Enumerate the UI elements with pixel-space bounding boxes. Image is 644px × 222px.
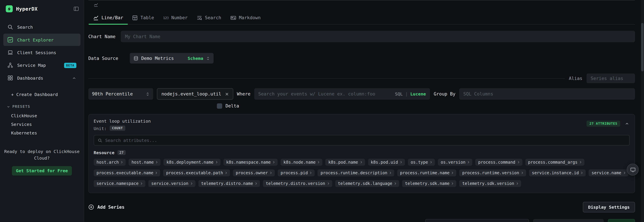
beta-badge: BETA [64,63,76,68]
close-icon[interactable] [225,92,229,96]
sidebar-collapse-icon[interactable] [74,6,79,11]
aggregation-select[interactable]: 90th Percentile [88,88,153,100]
attribute-chip[interactable]: process.executable.name [94,169,160,176]
display-settings-button[interactable]: Display Settings [583,202,635,212]
create-dashboard-button[interactable]: + Create Dashboard [0,90,84,99]
attribute-chip[interactable]: os.type [408,159,435,166]
attribute-chip[interactable]: process.runtime.description [318,169,394,176]
attribute-chip[interactable]: k8s.deployment.name [164,159,220,166]
chevron-right-icon [516,182,518,185]
attribute-chip[interactable]: process.command_args [525,159,584,166]
resource-group-header: Resource 27 [94,150,630,155]
unit-row: Unit: COUNT [94,126,630,131]
attribute-chip[interactable]: process.runtime.name [397,169,456,176]
laptop-icon [8,50,13,55]
attribute-name: host.name [132,160,154,165]
query-language-toggle[interactable]: SQL | Lucene [395,91,426,96]
schema-link[interactable]: Schema [188,56,203,61]
resource-group-label: Resource [94,150,114,155]
run-button[interactable]: Run [608,219,635,222]
attribute-chip[interactable]: telemetry.distro.name [198,180,260,187]
number-icon: 123 [163,15,168,20]
tab-number[interactable]: 123 Number [159,11,192,24]
chevron-right-icon [216,160,218,164]
attribute-chip[interactable]: process.executable.path [163,169,230,176]
sidebar-item-search[interactable]: Search [3,21,80,33]
sql-option[interactable]: SQL [395,91,403,96]
get-started-button[interactable]: Get Started for Free [12,166,72,175]
attribute-chip[interactable]: process.pid [278,169,315,176]
attribute-chip[interactable]: k8s.namespace.name [223,159,278,166]
attribute-chip[interactable]: k8s.pod.name [326,159,365,166]
attribute-chip[interactable]: telemetry.sdk.version [459,180,521,187]
add-series-label: Add Series [97,205,124,210]
attribute-chip[interactable]: service.namespace [94,180,146,187]
sidebar-item-service-map[interactable]: Service Map BETA [3,59,80,71]
attribute-chip[interactable]: process.owner [233,169,275,176]
chevron-up-icon[interactable] [625,121,629,126]
attribute-chip[interactable]: process.runtime.version [459,169,526,176]
main-content: Line/Bar Table 123 Number Search [84,0,640,222]
series-row: 90th Percentile nodejs.event_loop.util W… [88,88,635,100]
chevron-right-icon [581,171,583,175]
delta-checkbox[interactable] [217,103,222,109]
data-source-select[interactable]: Demo Metrics Schema [130,53,214,64]
preset-clickhouse[interactable]: ClickHouse [0,112,84,120]
chevron-right-icon [521,171,523,175]
alias-input[interactable] [586,73,635,83]
tab-line-bar[interactable]: Line/Bar [89,11,128,24]
attribute-chip[interactable]: service.name [589,169,628,176]
add-series-button[interactable]: Add Series [88,204,125,210]
tab-markdown[interactable]: Markdown [226,11,265,24]
lucene-option[interactable]: Lucene [410,91,426,96]
attribute-chip[interactable]: process.command [476,159,522,166]
chevron-right-icon [310,171,312,175]
query-footer-bar: Mar 2 12:47:01 - Mar 2 13:47:01 Auto Gra… [88,219,635,222]
tab-table[interactable]: Table [128,11,159,24]
granularity-select[interactable]: Auto Granularity [533,219,604,222]
scrollbar-thumb[interactable] [641,23,644,71]
attribute-name: telemetry.sdk.language [338,181,392,186]
attribute-search [94,135,630,146]
chart-preview-icon [94,2,635,7]
where-input[interactable] [258,91,392,97]
attribute-chip[interactable]: host.name [128,159,161,166]
group-by-input[interactable] [459,88,635,100]
sidebar-item-dashboards[interactable]: Dashboards [3,72,80,84]
presets-toggle[interactable]: PRESETS [0,105,84,109]
attribute-name: telemetry.distro.version [266,181,325,186]
chevron-right-icon [140,182,142,185]
floating-monitor-button[interactable] [627,164,639,176]
delta-label: Delta [226,103,239,109]
preset-kubernetes[interactable]: Kubernetes [0,129,84,137]
vertical-scrollbar[interactable] [641,0,644,222]
attribute-chip[interactable]: service.instance.id [529,169,586,176]
attribute-chip[interactable]: k8s.pod.uid [368,159,405,166]
attribute-name: process.command_args [528,160,578,165]
sidebar-item-chart-explorer[interactable]: Chart Explorer [3,33,80,46]
sidebar-item-label: Client Sessions [17,50,56,55]
attribute-name: process.executable.path [166,171,223,175]
metric-chip[interactable]: nodejs.event_loop.util [157,88,233,100]
attribute-chip[interactable]: host.arch [94,159,126,166]
attribute-chip[interactable]: telemetry.sdk.language [335,180,399,187]
chart-name-input[interactable] [121,31,635,42]
attribute-chip[interactable]: service.version [148,180,196,187]
chart-icon [8,37,13,43]
sidebar-item-client-sessions[interactable]: Client Sessions [3,46,80,59]
preset-services[interactable]: Services [0,120,84,129]
attribute-chip[interactable]: os.version [438,159,472,166]
attribute-name: service.name [592,171,621,175]
tab-label: Search [205,15,221,20]
attribute-search-input[interactable] [105,138,626,143]
line-chart-icon [93,15,99,20]
attribute-name: process.owner [236,171,268,175]
monitor-icon [630,167,636,172]
chart-name-row: Chart Name [88,31,635,42]
chevron-right-icon [360,160,362,164]
attribute-chip[interactable]: telemetry.distro.version [263,180,332,187]
attribute-chip[interactable]: k8s.node.name [280,159,323,166]
tab-search[interactable]: Search [192,11,226,24]
date-range-picker[interactable]: Mar 2 12:47:01 - Mar 2 13:47:01 [425,219,529,222]
attribute-chip[interactable]: telemetry.sdk.name [402,180,456,187]
